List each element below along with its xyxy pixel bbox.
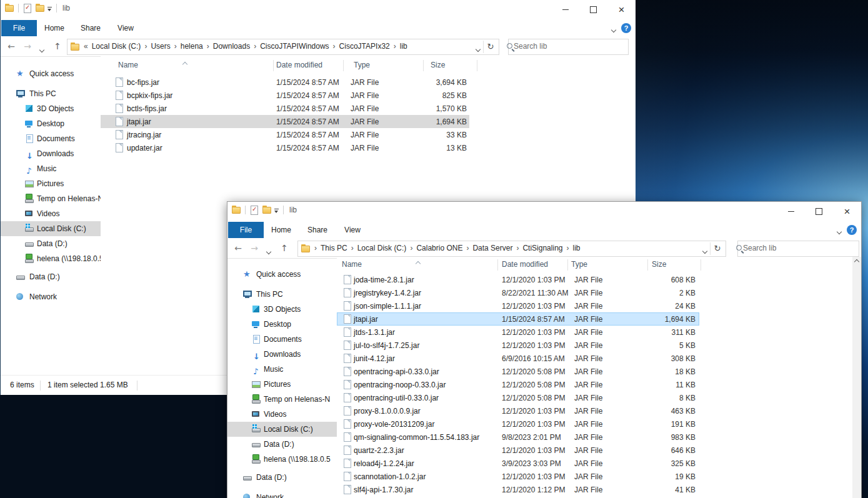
back-button[interactable]: ← (231, 241, 245, 255)
column-divider[interactable] (567, 259, 568, 271)
properties-icon[interactable] (249, 205, 259, 215)
column-divider[interactable] (273, 60, 274, 71)
tab-home[interactable]: Home (41, 20, 68, 36)
file-row-quartz-2-2-3-jar[interactable]: quartz-2.2.3.jar12/1/2020 1:03 PMJAR Fil… (337, 444, 699, 457)
sidebar-item-data-d[interactable]: Data (D:) (1, 269, 101, 284)
expand-ribbon-icon[interactable] (612, 25, 616, 34)
up-button[interactable]: ↑ (277, 241, 291, 255)
breadcrumb-item-local-disk-c[interactable]: Local Disk (C:) (92, 42, 141, 51)
sidebar-item-helena-198-18-0-5[interactable]: helena (\\198.18.0.5 (227, 452, 337, 467)
sidebar-item-music[interactable]: Music (227, 362, 337, 377)
column-header-date-modified[interactable]: Date modified (276, 61, 322, 69)
breadcrumb-item-downloads[interactable]: Downloads (213, 42, 250, 51)
sidebar-item-this-pc[interactable]: This PC (227, 287, 337, 302)
sidebar-item-desktop[interactable]: Desktop (227, 317, 337, 332)
file-row-opentracing-noop-0-33-0-jar[interactable]: opentracing-noop-0.33.0.jar12/1/2020 5:0… (337, 378, 699, 391)
new-folder-icon[interactable] (262, 205, 272, 215)
sidebar-item-local-disk-c[interactable]: Local Disk (C:) (1, 221, 101, 236)
breadcrumb-item-ctisignaling[interactable]: CtiSignaling (522, 244, 562, 252)
sidebar-item-videos[interactable]: Videos (227, 407, 337, 422)
file-row-bctls-fips-jar[interactable]: bctls-fips.jar1/15/2024 8:57 AMJAR File1… (101, 102, 469, 115)
file-row-bc-fips-jar[interactable]: bc-fips.jar1/15/2024 8:57 AMJAR File3,69… (101, 76, 469, 89)
file-row-opentracing-util-0-33-0-jar[interactable]: opentracing-util-0.33.0.jar12/1/2020 5:0… (337, 391, 699, 404)
breadcrumb-item-ciscojtapix32[interactable]: CiscoJTAPIx32 (339, 42, 390, 51)
tab-file[interactable]: File (228, 222, 264, 238)
sidebar-item-downloads[interactable]: Downloads (227, 347, 337, 362)
file-row-bcpkix-fips-jar[interactable]: bcpkix-fips.jar1/15/2024 8:57 AMJAR File… (101, 89, 469, 102)
column-header-date-modified[interactable]: Date modified (502, 260, 548, 269)
breadcrumb-item-lib[interactable]: lib (572, 244, 580, 252)
expand-ribbon-icon[interactable] (837, 227, 841, 236)
scroll-up-icon[interactable] (852, 257, 861, 267)
tab-home[interactable]: Home (267, 222, 295, 238)
column-header-type[interactable]: Type (571, 260, 587, 269)
sidebar-item-pictures[interactable]: Pictures (227, 377, 337, 392)
vertical-scrollbar[interactable] (852, 257, 861, 498)
forward-button[interactable]: → (21, 39, 34, 53)
titlebar[interactable]: lib × (227, 202, 861, 222)
file-row-jul-to-slf4j-1-7-25-jar[interactable]: jul-to-slf4j-1.7.25.jar12/1/2020 1:03 PM… (337, 339, 699, 352)
back-button[interactable]: ← (4, 39, 18, 53)
search-input[interactable] (738, 241, 846, 255)
breadcrumb-item-calabrio-one[interactable]: Calabrio ONE (416, 244, 462, 252)
help-icon[interactable]: ? (621, 23, 631, 33)
breadcrumb-item-lib[interactable]: lib (400, 42, 407, 51)
address-bar[interactable]: «Local Disk (C:)›Users›helena›Downloads›… (67, 39, 499, 55)
minimize-button[interactable] (551, 0, 579, 19)
sidebar-item-data-d[interactable]: Data (D:) (227, 470, 337, 485)
sidebar-item-videos[interactable]: Videos (1, 206, 101, 221)
file-row-jtapi-jar[interactable]: jtapi.jar1/15/2024 8:57 AMJAR File1,694 … (337, 312, 699, 326)
sidebar-item-3d-objects[interactable]: 3D Objects (227, 302, 337, 317)
properties-icon[interactable] (22, 3, 32, 13)
help-icon[interactable]: ? (847, 225, 857, 235)
column-divider[interactable] (497, 259, 498, 271)
search-icon[interactable] (506, 42, 516, 52)
column-divider[interactable] (477, 60, 477, 71)
column-header-size[interactable]: Size (652, 260, 666, 269)
file-row-proxy-8-1-0-0-0-9-jar[interactable]: proxy-8.1.0.0.0.9.jar12/1/2020 1:03 PMJA… (337, 404, 699, 417)
column-divider[interactable] (701, 259, 701, 271)
column-divider[interactable] (343, 60, 344, 71)
address-dropdown-icon[interactable] (703, 246, 707, 255)
file-row-jtracing-jar[interactable]: jtracing.jar1/15/2024 8:57 AMJAR File33 … (101, 128, 469, 141)
breadcrumb-item-this-pc[interactable]: This PC (321, 244, 347, 252)
column-header-name[interactable]: Name (342, 260, 362, 269)
sidebar-item-quick-access[interactable]: Quick access (227, 267, 337, 282)
maximize-button[interactable] (579, 0, 607, 19)
column-header-name[interactable]: Name (118, 61, 138, 69)
new-folder-icon[interactable] (35, 3, 45, 13)
sidebar-item-network[interactable]: Network (1, 289, 101, 304)
customize-quick-access-icon[interactable] (47, 5, 52, 11)
forward-button[interactable]: → (247, 241, 261, 255)
file-row-joda-time-2-8-1-jar[interactable]: joda-time-2.8.1.jar12/1/2020 1:03 PMJAR … (337, 273, 699, 286)
breadcrumb-item-users[interactable]: Users (151, 42, 170, 51)
breadcrumb-item-helena[interactable]: helena (181, 42, 203, 51)
file-row-slf4j-api-1-7-30-jar[interactable]: slf4j-api-1.7.30.jar12/1/2020 1:12 PMJAR… (337, 483, 699, 496)
file-row-junit-4-12-jar[interactable]: junit-4.12.jar6/9/2016 10:15 AMJAR File3… (337, 352, 699, 365)
sidebar-item-temp-on-helenas-n[interactable]: Temp on Helenas-N (227, 392, 337, 407)
sidebar-item-pictures[interactable]: Pictures (1, 176, 101, 191)
tab-view[interactable]: View (340, 222, 365, 238)
minimize-button[interactable] (777, 202, 805, 221)
tab-file[interactable]: File (1, 20, 37, 36)
tab-view[interactable]: View (113, 20, 138, 36)
file-row-scannotation-1-0-2-jar[interactable]: scannotation-1.0.2.jar12/1/2020 1:03 PMJ… (337, 470, 699, 483)
file-row-opentracing-api-0-33-0-jar[interactable]: opentracing-api-0.33.0.jar12/1/2020 5:08… (337, 365, 699, 378)
breadcrumb-item-data-server[interactable]: Data Server (472, 244, 512, 252)
close-button[interactable]: × (833, 202, 861, 221)
breadcrumb-item-local-disk-c[interactable]: Local Disk (C:) (357, 244, 407, 252)
breadcrumb-item-ciscojtapiwindows[interactable]: CiscoJTAPIWindows (260, 42, 329, 51)
tab-share[interactable]: Share (77, 20, 104, 36)
titlebar[interactable]: lib × (1, 0, 636, 20)
file-row-jregistrykey-1-4-2-jar[interactable]: jregistrykey-1.4.2.jar8/22/2021 11:30 AM… (337, 286, 699, 299)
address-dropdown-icon[interactable] (476, 44, 480, 53)
sidebar-item-3d-objects[interactable]: 3D Objects (1, 101, 101, 116)
refresh-icon[interactable]: ↻ (712, 242, 723, 256)
column-divider[interactable] (423, 60, 424, 71)
file-row-jtapi-jar[interactable]: jtapi.jar1/15/2024 8:57 AMJAR File1,694 … (101, 115, 469, 128)
sidebar-item-data-d[interactable]: Data (D:) (227, 437, 337, 452)
file-row-reload4j-1-2-24-jar[interactable]: reload4j-1.2.24.jar3/9/2023 3:03 PMJAR F… (337, 457, 699, 470)
search-input[interactable] (509, 39, 616, 53)
sidebar-item-helena-198-18-0-5[interactable]: helena (\\198.18.0.5 (1, 251, 101, 266)
refresh-icon[interactable]: ↻ (485, 40, 496, 54)
